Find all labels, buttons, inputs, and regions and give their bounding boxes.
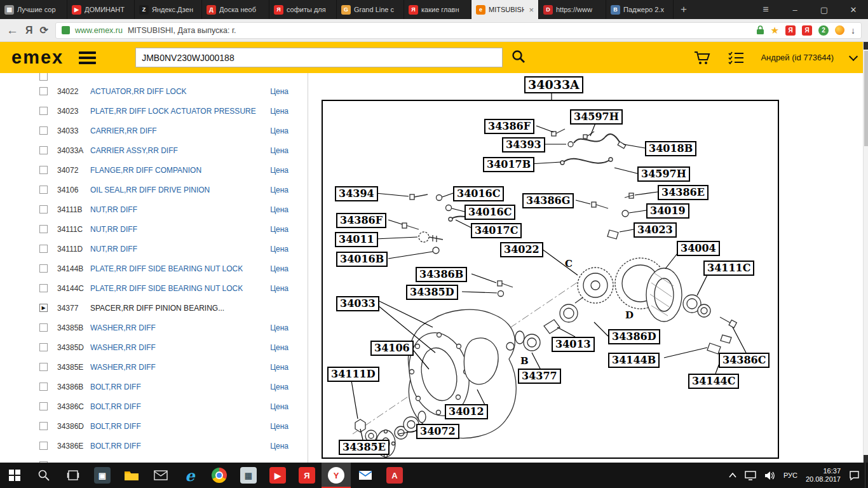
part-callout[interactable]: 34022 — [500, 242, 543, 257]
scroll-down-arrow[interactable] — [864, 455, 868, 463]
price-link[interactable]: Цена — [262, 363, 288, 372]
row-checkbox[interactable] — [39, 87, 48, 95]
part-callout[interactable]: 34393 — [502, 137, 545, 152]
part-callout[interactable]: 34033 — [336, 296, 379, 311]
part-name-link[interactable]: SPACER,RR DIFF PINION BEARING... — [90, 304, 224, 313]
scroll-up-arrow[interactable] — [864, 42, 868, 50]
window-maximize-button[interactable]: ▢ — [810, 0, 839, 19]
downloads-icon[interactable]: ↓ — [851, 25, 855, 36]
table-row[interactable]: 34386E BOLT,RR DIFF Цена — [0, 436, 308, 456]
reload-button[interactable]: ⟳ — [40, 24, 48, 36]
browser-tab[interactable]: Я какие главн — [404, 0, 471, 19]
yandex-extension-icon[interactable]: Я — [785, 25, 796, 36]
cart-icon[interactable] — [693, 50, 711, 65]
row-checkbox[interactable] — [39, 363, 48, 371]
price-link[interactable]: Цена — [262, 383, 288, 391]
price-link[interactable]: Цена — [262, 284, 288, 293]
table-row[interactable]: 34033 CARRIER,RR DIFF Цена — [0, 121, 308, 140]
price-link[interactable]: Цена — [262, 107, 288, 116]
browser-tab-active[interactable]: e MITSUBISHI × — [471, 0, 539, 19]
chrome-icon[interactable] — [205, 463, 234, 488]
bookmark-star-icon[interactable]: ★ — [771, 25, 779, 36]
browser-tab[interactable]: B Паджеро 2.х — [606, 0, 674, 19]
part-name-link[interactable]: FLANGE,RR DIFF COMPANION — [90, 166, 201, 175]
price-link[interactable]: Цена — [262, 323, 288, 332]
row-checkbox[interactable] — [39, 422, 48, 430]
browser-tab[interactable]: D https://www — [539, 0, 606, 19]
part-callout[interactable]: 34019 — [646, 203, 689, 219]
part-callout[interactable]: 34597H — [637, 166, 690, 182]
part-callout[interactable]: 34023 — [634, 222, 677, 238]
table-row[interactable]: 34385E WASHER,RR DIFF Цена — [0, 357, 308, 377]
price-link[interactable]: Цена — [262, 205, 288, 214]
part-callout[interactable]: 34386F — [484, 119, 534, 134]
table-row[interactable]: 34022 ACTUATOR,RR DIFF LOCK Цена — [0, 81, 308, 101]
taskbar-search-button[interactable] — [29, 463, 58, 488]
part-name-link[interactable]: OIL SEAL,RR DIFF DRIVE PINION — [90, 186, 210, 194]
table-row[interactable]: 34111C NUT,RR DIFF Цена — [0, 219, 308, 239]
show-desktop-button[interactable] — [865, 463, 868, 488]
part-callout[interactable]: 34386E — [658, 185, 709, 200]
part-callout[interactable]: 34385D — [406, 285, 458, 300]
taskbar-clock[interactable]: 16:37 20.08.2017 — [806, 467, 841, 484]
table-row[interactable]: 34386D BOLT,RR DIFF Цена — [0, 416, 308, 436]
part-callout[interactable]: 34072 — [416, 424, 459, 439]
part-name-link[interactable]: BOLT,RR DIFF — [90, 422, 141, 431]
row-checkbox[interactable] — [39, 284, 48, 292]
new-tab-button[interactable]: + — [674, 0, 694, 19]
yandex-app-icon[interactable]: Я — [292, 463, 322, 488]
part-callout[interactable]: 34016C — [465, 205, 515, 220]
part-callout[interactable]: 34106 — [370, 341, 414, 356]
mail-app-icon-2[interactable] — [351, 463, 380, 488]
part-name-link[interactable]: WASHER,RR DIFF — [90, 343, 156, 352]
row-checkbox[interactable] — [39, 343, 48, 351]
table-row[interactable]: 34111D NUT,RR DIFF Цена — [0, 239, 308, 259]
row-checkbox[interactable] — [39, 383, 48, 391]
part-name-link[interactable]: BOLT,RR DIFF — [90, 402, 141, 411]
part-name-link[interactable]: WASHER,RR DIFF — [90, 323, 156, 332]
browser-menu-icon[interactable]: ≡ — [751, 0, 780, 19]
table-row[interactable]: 34386C BOLT,RR DIFF Цена — [0, 396, 308, 416]
price-link[interactable]: Цена — [262, 87, 288, 96]
language-indicator[interactable]: РУС — [783, 471, 797, 479]
row-checkbox[interactable] — [39, 442, 48, 450]
part-name-link[interactable]: ACTUATOR,RR DIFF LOCK — [90, 87, 187, 96]
part-callout[interactable]: 34017B — [483, 157, 534, 172]
part-callout[interactable]: 34394 — [335, 186, 378, 201]
table-row[interactable]: 34072 FLANGE,RR DIFF COMPANION Цена — [0, 160, 308, 180]
table-row[interactable]: 34386F BOLT,RR DIFF Цена — [0, 456, 308, 463]
chevron-down-icon[interactable] — [849, 51, 858, 60]
window-minimize-button[interactable]: – — [780, 0, 810, 19]
table-row[interactable]: 34033A CARRIER ASSY,RR DIFF Цена — [0, 140, 308, 160]
table-row[interactable]: 34385B WASHER,RR DIFF Цена — [0, 318, 308, 337]
extension-icon[interactable] — [835, 25, 844, 35]
part-name-link[interactable]: PLATE,RR DIFF SIDE BEARING NUT LOCK — [90, 284, 243, 293]
acrobat-reader-icon[interactable]: A — [380, 463, 409, 488]
search-button[interactable] — [511, 49, 526, 66]
part-callout[interactable]: 34386G — [522, 193, 574, 208]
part-callout[interactable]: 34013 — [552, 337, 595, 352]
price-link[interactable]: Цена — [262, 126, 288, 135]
part-callout[interactable]: 34111C — [703, 261, 754, 276]
table-row-selected[interactable]: ▶ 34377 SPACER,RR DIFF PINION BEARING... — [0, 298, 308, 318]
price-link[interactable]: Цена — [262, 264, 288, 273]
vin-search-input[interactable] — [135, 48, 503, 67]
part-callout[interactable]: 34144B — [608, 353, 660, 368]
network-icon[interactable] — [745, 471, 756, 480]
start-button[interactable] — [0, 463, 29, 488]
yandex-home-button[interactable]: Я — [25, 25, 33, 36]
youtube-app-icon[interactable]: ▶ — [263, 463, 292, 488]
part-callout[interactable]: 34004 — [677, 241, 720, 256]
emex-logo[interactable]: emex — [11, 47, 64, 68]
table-row[interactable]: 34111B NUT,RR DIFF Цена — [0, 200, 308, 219]
row-checkbox[interactable] — [39, 146, 48, 154]
address-bar[interactable]: www.emex.ru MITSUBISHI, Дата выпуска: г.… — [55, 22, 862, 39]
price-link[interactable]: Цена — [262, 245, 288, 254]
part-callout[interactable]: 34016B — [336, 252, 388, 267]
action-center-icon[interactable] — [849, 471, 860, 480]
row-checkbox[interactable] — [39, 107, 48, 115]
task-view-button[interactable] — [58, 463, 88, 488]
app-icon-dark[interactable]: ▣ — [88, 463, 117, 488]
row-checkbox[interactable] — [39, 205, 48, 214]
part-name-link[interactable]: NUT,RR DIFF — [90, 245, 137, 254]
